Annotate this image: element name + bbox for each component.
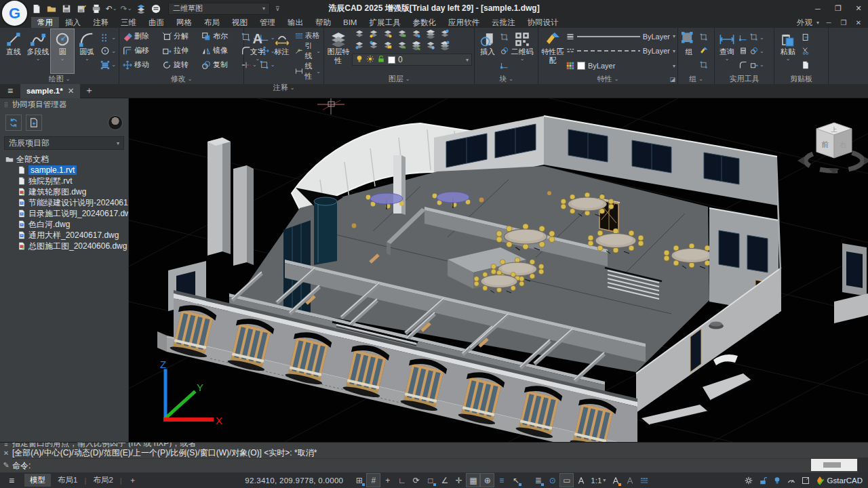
lineweight-select[interactable]: ByLayer▾ xyxy=(566,30,675,43)
plot-icon[interactable] xyxy=(91,3,102,14)
point-cloud-button[interactable]: ⌄ xyxy=(750,47,764,55)
publish-icon[interactable] xyxy=(136,3,146,14)
save-as-icon[interactable] xyxy=(76,3,87,14)
command-grip-icon[interactable]: ≡ xyxy=(4,443,7,447)
new-document-tab-button[interactable]: ＋ xyxy=(80,85,98,97)
view-cube[interactable]: 上 前 右 xyxy=(797,123,868,174)
tree-item[interactable]: 独院别墅.rvt xyxy=(0,176,128,186)
comment-icon[interactable] xyxy=(151,3,161,14)
copy-base-button[interactable] xyxy=(802,61,810,69)
panel-label-draw[interactable]: 绘图⌄ xyxy=(0,73,119,84)
calculator-button[interactable] xyxy=(739,47,747,55)
arc-button[interactable]: 圆弧⌄ xyxy=(75,29,98,73)
panel-grip[interactable]: ⣿ xyxy=(4,102,9,108)
explode-button[interactable]: 分解 xyxy=(161,31,200,41)
tab-insert[interactable]: 插入 xyxy=(59,17,87,28)
leader-button[interactable]: 引线⌄ xyxy=(295,41,321,61)
tab-manage[interactable]: 管理 xyxy=(254,17,281,28)
command-resize-corner[interactable] xyxy=(858,458,868,472)
auto-annotation-toggle[interactable] xyxy=(623,474,636,487)
polar-tracking-toggle[interactable]: ⟳ xyxy=(410,474,422,487)
command-scrollbar[interactable] xyxy=(811,459,857,471)
app-logo[interactable]: G xyxy=(2,1,27,26)
linetype-select[interactable]: ByLayer▾ xyxy=(566,45,675,58)
dimension-button[interactable]: 标注 xyxy=(271,29,294,83)
stretch-button[interactable]: 拉伸 xyxy=(161,45,200,56)
tab-cloud-markup[interactable]: 云批注 xyxy=(486,17,521,28)
document-tab-active[interactable]: sample.1*✕ xyxy=(20,84,80,98)
erase-button[interactable]: 删除 xyxy=(121,31,161,41)
layer-merge-button[interactable] xyxy=(397,41,407,52)
angle-snap-toggle[interactable]: ∠ xyxy=(438,474,451,487)
tab-mesh[interactable]: 网格 xyxy=(170,17,198,28)
isolate-objects-toggle[interactable] xyxy=(771,474,784,487)
insert-block-button[interactable]: 插入 xyxy=(477,29,498,73)
panel-label-group[interactable]: 组⌄ xyxy=(678,73,714,84)
model-tab[interactable]: 模型 xyxy=(24,474,51,487)
bulb-icon[interactable] xyxy=(355,55,363,65)
layer-freeze-button[interactable] xyxy=(412,29,421,41)
point-style-button[interactable]: ⌄ xyxy=(100,33,116,42)
layer-combo[interactable]: 0 ▾ xyxy=(352,54,472,66)
create-block-button[interactable] xyxy=(500,33,509,41)
tree-item[interactable]: 节能绿建设计说明-20240612.dw xyxy=(0,197,128,208)
tree-item[interactable]: sample.1.rvt xyxy=(0,165,128,176)
paste-button[interactable]: 粘贴⌄ xyxy=(776,29,800,73)
panel-label-modify[interactable]: 修改⌄ xyxy=(119,73,243,84)
restore-button[interactable]: ❐ xyxy=(829,2,848,16)
ucs-icon[interactable]: Z Y X xyxy=(160,359,222,426)
grid-display-toggle[interactable]: ⊞ xyxy=(353,474,366,487)
command-input[interactable]: 命令: xyxy=(12,458,868,472)
panel-label-clipboard[interactable]: 剪贴板 xyxy=(774,73,828,84)
angle-measure-button[interactable] xyxy=(739,33,747,41)
quick-select-button[interactable]: ⌄ xyxy=(750,33,764,41)
lineweight-toggle[interactable]: ≡ xyxy=(495,474,508,487)
tree-item[interactable]: 通用大样_20240617.dwg xyxy=(0,230,128,241)
brand-badge[interactable]: GstarCAD xyxy=(814,476,868,485)
layout1-tab[interactable]: 布局1 xyxy=(52,474,83,487)
offset-button[interactable]: 偏移 xyxy=(121,45,161,56)
copy-button[interactable]: 复制 xyxy=(200,60,239,70)
layer-color-swatch[interactable] xyxy=(388,56,395,64)
tree-item[interactable]: 色白河.dwg xyxy=(0,219,128,230)
layer-on-button[interactable] xyxy=(355,29,364,41)
layer-lock-button[interactable] xyxy=(440,29,450,41)
panel-label-properties[interactable]: 特性⌄◪ xyxy=(538,73,677,84)
clean-screen-toggle[interactable]: ▭ xyxy=(560,474,573,487)
cut-clip-button[interactable] xyxy=(802,47,810,55)
sync-button[interactable] xyxy=(5,115,22,131)
boolean-button[interactable]: 布尔 xyxy=(200,31,239,41)
properties-table-button[interactable] xyxy=(637,474,650,487)
scrollbar-thumb[interactable] xyxy=(823,462,841,468)
mirror-button[interactable]: 镜像 xyxy=(200,45,239,56)
table-button[interactable]: 表格 xyxy=(295,30,321,41)
tab-express[interactable]: 扩展工具 xyxy=(363,17,406,28)
donut-button[interactable]: ⌄ xyxy=(100,46,116,56)
group-select-button[interactable] xyxy=(700,61,708,69)
hatch-button[interactable]: ⌄ xyxy=(100,60,116,70)
drawing-viewport[interactable]: 上 前 右 Z Y X xyxy=(129,98,868,442)
object-snap-toggle[interactable]: □ xyxy=(424,474,437,487)
grid-snap-toggle[interactable]: + xyxy=(381,474,394,487)
tree-root-all-documents[interactable]: 全部文档 xyxy=(0,154,128,165)
dialog-launcher-icon[interactable]: ◪ xyxy=(669,76,675,83)
qrcode-button[interactable]: 二维码⌄ xyxy=(511,29,534,73)
panel-label-utilities[interactable]: 实用工具 xyxy=(715,73,774,84)
tab-view[interactable]: 视图 xyxy=(226,17,254,28)
text-button[interactable]: A文字⌄ xyxy=(246,29,269,83)
doc-close-button[interactable]: ✕ xyxy=(853,19,864,26)
edit-block-button[interactable] xyxy=(500,47,509,55)
annotation-scale-select[interactable]: 1:1▾ xyxy=(589,476,608,485)
layer-state-button[interactable] xyxy=(426,41,435,52)
doc-menu-icon[interactable]: ≡ xyxy=(0,85,20,96)
status-menu-icon[interactable]: ≡ xyxy=(0,475,23,486)
settings-gear-icon[interactable] xyxy=(743,474,755,487)
ungroup-button[interactable] xyxy=(700,33,708,41)
layer-isolate-button[interactable] xyxy=(383,29,393,41)
tab-home[interactable]: 常用 xyxy=(31,17,59,28)
dynamic-input-toggle[interactable]: ⊕ xyxy=(481,474,494,487)
layer-off-button[interactable] xyxy=(369,29,378,41)
undo-icon[interactable]: ↶⌄ xyxy=(106,3,117,14)
tab-annotate[interactable]: 注释 xyxy=(87,17,115,28)
close-button[interactable]: ✕ xyxy=(849,2,868,16)
